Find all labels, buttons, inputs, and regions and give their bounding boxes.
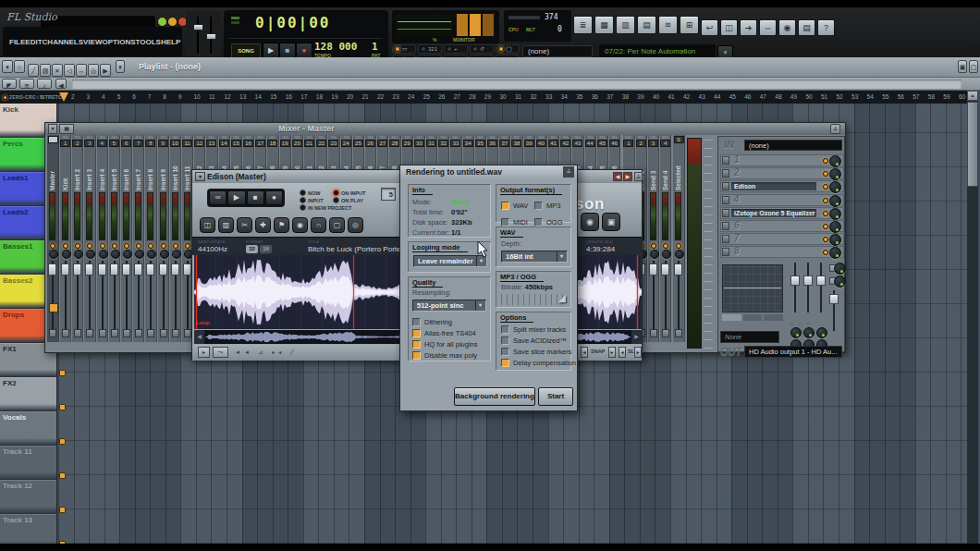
scrollbar-handle[interactable] xyxy=(967,102,978,187)
eq-low-slider[interactable] xyxy=(794,263,796,312)
strip-pan-knob[interactable] xyxy=(675,250,684,259)
edison-user-icon[interactable]: ♙ xyxy=(634,172,643,181)
zoom-tool-icon[interactable]: ◎ xyxy=(88,64,99,77)
mini-play-icon[interactable]: ▸ xyxy=(198,347,210,358)
strip-pan-knob[interactable] xyxy=(111,250,120,259)
channel-pan-knob[interactable] xyxy=(834,276,846,288)
fx-slot-menu-icon[interactable] xyxy=(722,156,729,165)
pattern-display[interactable]: 1 xyxy=(372,41,378,53)
track-header-track-12[interactable]: Track 12 xyxy=(0,480,57,514)
strip-fader[interactable] xyxy=(102,261,104,331)
strip-mute-led[interactable] xyxy=(173,243,178,249)
loop-end-marker[interactable] xyxy=(637,255,638,329)
fx-slot-menu-icon[interactable] xyxy=(722,248,729,256)
strip-fx-chip[interactable] xyxy=(160,329,167,337)
checkbox-box[interactable] xyxy=(501,218,509,227)
record-mode-on-input[interactable]: ON INPUT xyxy=(333,190,365,196)
strip-mute-led[interactable] xyxy=(63,243,68,249)
menu-edit[interactable]: EDIT xyxy=(25,38,42,46)
checkbox-alias-free-ts404[interactable]: Alias-free TS404 xyxy=(412,327,478,338)
strip-mute-led[interactable] xyxy=(112,243,117,249)
mute-tool-icon[interactable]: ◁ xyxy=(64,64,75,77)
save-icon[interactable]: ◫ xyxy=(200,217,215,233)
recording-filter-dropdown[interactable]: (none) xyxy=(522,45,593,57)
help-button[interactable]: ? xyxy=(817,19,835,36)
tempo-display[interactable]: 128 000 xyxy=(314,41,357,53)
fx-slot-mix-knob[interactable] xyxy=(829,181,841,193)
fader-handle[interactable] xyxy=(110,263,118,276)
strip-fader[interactable] xyxy=(138,261,140,331)
mixer-strip-master[interactable]: Master xyxy=(47,135,59,342)
strip-fader[interactable] xyxy=(175,261,177,331)
bitrate-slider-handle[interactable]: ◢ xyxy=(558,292,566,304)
strip-fader[interactable] xyxy=(150,261,152,331)
tool-menu-arrow-icon[interactable]: ▾ xyxy=(116,60,125,73)
checkbox-delay-compensation[interactable]: Delay compensation xyxy=(501,357,576,368)
scroll-right-icon[interactable]: ▶ xyxy=(631,330,642,344)
fader-handle[interactable] xyxy=(674,263,682,276)
input-source-dropdown[interactable]: (none) xyxy=(744,140,842,151)
strip-fader[interactable] xyxy=(77,261,79,331)
send-knob-3[interactable] xyxy=(816,327,827,338)
snap-label[interactable]: SNAP xyxy=(591,349,605,354)
mixer-strip-insert-6[interactable]: INS6Insert 6 xyxy=(121,135,132,342)
fx-slot-enable-led[interactable] xyxy=(823,158,828,164)
snap-dec-icon[interactable]: ◂ xyxy=(581,347,588,358)
strip-pan-knob[interactable] xyxy=(135,250,144,259)
strip-fx-chip[interactable] xyxy=(111,329,118,337)
view-icon[interactable]: ◉ xyxy=(292,217,308,233)
strip-fx-chip[interactable] xyxy=(650,329,657,337)
wave-editor-button[interactable]: ⇔ xyxy=(759,19,777,36)
strip-fader[interactable] xyxy=(665,261,667,331)
maximize-icon[interactable]: ▢ xyxy=(969,60,978,73)
record-audio-button[interactable]: ◉ xyxy=(778,19,796,36)
fx-slot-menu-icon[interactable] xyxy=(722,196,729,204)
fader-handle[interactable] xyxy=(98,263,106,276)
strip-mute-led[interactable] xyxy=(651,243,656,249)
fx-slot-enable-led[interactable] xyxy=(823,184,828,190)
playlist-timeline[interactable]: ZERO-CROSS STRETCH 234567891011121314151… xyxy=(0,91,967,104)
fader-handle[interactable] xyxy=(146,263,154,276)
fx-slot-mix-knob[interactable] xyxy=(829,208,841,220)
zoom-icon[interactable]: ◎ xyxy=(348,217,363,233)
magnet-icon[interactable]: ∩ xyxy=(14,60,25,73)
channel-rack-button[interactable]: ▦ xyxy=(594,16,614,34)
scroll-left-icon[interactable]: ◀ xyxy=(194,330,204,344)
strip-fader[interactable] xyxy=(52,261,54,331)
strip-fx-chip[interactable] xyxy=(662,329,669,337)
edison-menu-icon[interactable]: ▾ xyxy=(195,172,205,181)
fx-fader[interactable] xyxy=(833,290,835,331)
menu-options[interactable]: OPTIONS xyxy=(102,38,135,46)
edit-glyph-row[interactable]: ◄◄ ⊿ ▸◂ ╱ xyxy=(235,349,298,355)
browser-button[interactable]: ▤ xyxy=(637,16,656,34)
edison-play-button[interactable]: ▶ xyxy=(227,190,245,205)
strip-fx-chip[interactable] xyxy=(172,329,179,337)
slip-tool-icon[interactable]: ↔ xyxy=(76,64,87,77)
mixer-strip-kick[interactable]: INS1Kick xyxy=(60,135,71,342)
plugin-picker-button[interactable]: ⊞ xyxy=(680,16,699,34)
next-preset-icon[interactable]: ▶ xyxy=(623,172,632,181)
strip-mute-led[interactable] xyxy=(50,243,55,249)
fx-slot-mix-knob[interactable] xyxy=(829,195,841,207)
note-tool-icon[interactable]: ♪ xyxy=(37,79,52,89)
fx-slot-enable-led[interactable] xyxy=(823,224,828,229)
checkbox-save-acidized[interactable]: Save ACIDized™ xyxy=(501,335,576,346)
fx-slot-8[interactable]: 8 xyxy=(720,246,844,258)
strip-pan-knob[interactable] xyxy=(62,250,71,259)
strip-mute-led[interactable] xyxy=(676,243,681,249)
background-rendering-button[interactable]: Background rendering xyxy=(454,387,535,406)
fx-slot-plugin[interactable]: iZotope Ozone 5 Equalizer xyxy=(731,209,816,217)
record-mode-input[interactable]: INPUT xyxy=(300,197,324,203)
checkbox-split-mixer-tracks[interactable]: Split mixer tracks xyxy=(501,324,576,335)
strip-mute-led[interactable] xyxy=(124,243,129,249)
fx-slot-3[interactable]: Edison xyxy=(720,180,844,192)
stereo-separation-knob[interactable] xyxy=(834,263,846,275)
strip-fader[interactable] xyxy=(65,261,67,331)
checkbox-box[interactable] xyxy=(501,325,509,334)
checkbox-box[interactable] xyxy=(412,329,421,337)
prev-preset-icon[interactable]: ◀ xyxy=(613,172,622,181)
fx-slot-enable-led[interactable] xyxy=(823,198,828,203)
mixer-strip-insert-10[interactable]: INS10Insert 10 xyxy=(170,135,181,342)
mixer-button[interactable]: ≋ xyxy=(658,16,678,34)
checkbox-box[interactable] xyxy=(501,359,509,367)
